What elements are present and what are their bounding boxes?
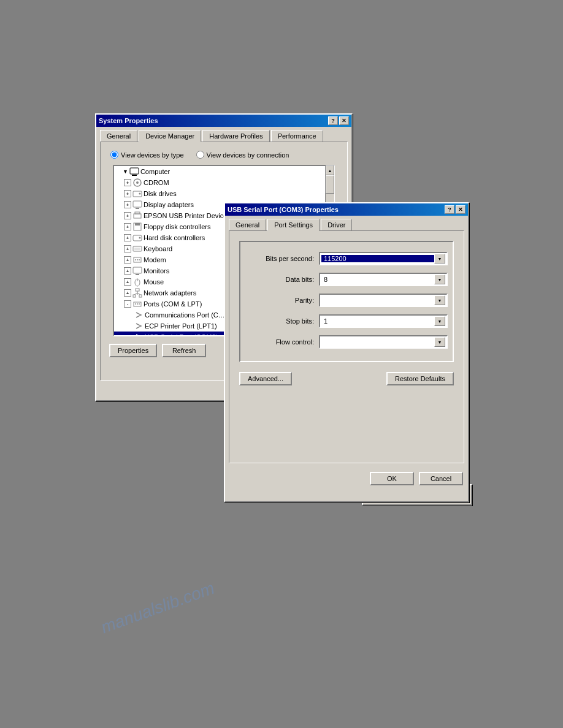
usb-help-button[interactable]: ? bbox=[445, 205, 454, 214]
system-properties-title-text: System Properties bbox=[99, 117, 158, 124]
bits-per-second-dropdown-arrow[interactable]: ▼ bbox=[434, 254, 445, 264]
flow-control-dropdown-arrow[interactable]: ▼ bbox=[434, 337, 445, 347]
svg-rect-21 bbox=[133, 267, 142, 273]
svg-rect-6 bbox=[133, 201, 142, 207]
svg-rect-25 bbox=[136, 289, 139, 291]
scroll-up[interactable]: ▲ bbox=[326, 165, 334, 175]
tree-item-computer[interactable]: ▼ Computer bbox=[114, 166, 321, 177]
advanced-buttons: Advanced... Restore Defaults bbox=[234, 367, 459, 388]
view-by-connection-label: View devices by connection bbox=[207, 151, 289, 159]
port-settings-content: Bits per second: 115200 ▼ Data bits: 8 ▼… bbox=[229, 230, 464, 463]
flow-control-select[interactable]: ▼ bbox=[319, 335, 448, 349]
tab-usb-general[interactable]: General bbox=[229, 219, 266, 231]
view-by-connection-radio[interactable] bbox=[196, 151, 204, 159]
data-bits-label: Data bits: bbox=[245, 276, 319, 283]
svg-rect-7 bbox=[136, 208, 139, 209]
parity-field: Parity: ▼ bbox=[245, 294, 448, 307]
svg-rect-27 bbox=[139, 295, 142, 297]
refresh-button[interactable]: Refresh bbox=[162, 344, 206, 357]
tree-item-disk-drives[interactable]: + Disk drives bbox=[114, 188, 321, 199]
svg-point-20 bbox=[139, 259, 140, 260]
usb-close-button[interactable]: ✕ bbox=[456, 205, 465, 214]
port-settings-inner: Bits per second: 115200 ▼ Data bits: 8 ▼… bbox=[239, 241, 454, 362]
tab-performance[interactable]: Performance bbox=[271, 130, 323, 142]
close-button[interactable]: ✕ bbox=[339, 116, 349, 125]
svg-point-18 bbox=[135, 259, 136, 260]
stop-bits-label: Stop bits: bbox=[245, 317, 319, 325]
usb-properties-titlebar[interactable]: USB Serial Port (COM3) Properties ? ✕ bbox=[225, 203, 468, 216]
bits-per-second-value: 115200 bbox=[321, 255, 434, 262]
svg-point-34 bbox=[139, 303, 140, 305]
help-button[interactable]: ? bbox=[328, 116, 338, 125]
data-bits-select[interactable]: 8 ▼ bbox=[319, 273, 448, 286]
usb-title-text: USB Serial Port (COM3) Properties bbox=[228, 206, 339, 213]
svg-point-3 bbox=[136, 181, 139, 184]
flow-control-label: Flow control: bbox=[245, 338, 319, 346]
advanced-button[interactable]: Advanced... bbox=[239, 372, 292, 385]
system-properties-title: System Properties bbox=[99, 117, 158, 124]
parity-dropdown-arrow[interactable]: ▼ bbox=[434, 295, 445, 305]
svg-point-5 bbox=[139, 193, 141, 195]
tab-hardware-profiles[interactable]: Hardware Profiles bbox=[202, 130, 269, 142]
view-by-type-label: View devices by type bbox=[121, 151, 184, 159]
view-by-type-option[interactable]: View devices by type bbox=[110, 151, 184, 159]
parity-select[interactable]: ▼ bbox=[319, 294, 448, 307]
bits-per-second-label: Bits per second: bbox=[245, 255, 319, 262]
view-by-type-radio[interactable] bbox=[110, 151, 118, 159]
usb-titlebar-buttons: ? ✕ bbox=[445, 205, 465, 214]
bits-per-second-field: Bits per second: 115200 ▼ bbox=[245, 252, 448, 265]
tab-general[interactable]: General bbox=[100, 130, 137, 142]
data-bits-field: Data bits: 8 ▼ bbox=[245, 273, 448, 286]
svg-point-13 bbox=[139, 237, 141, 239]
svg-rect-11 bbox=[135, 223, 140, 226]
tree-item-cdrom[interactable]: + CDROM bbox=[114, 177, 321, 188]
svg-rect-22 bbox=[136, 274, 139, 275]
titlebar-buttons: ? ✕ bbox=[328, 116, 349, 125]
usb-title: USB Serial Port (COM3) Properties bbox=[228, 206, 339, 213]
svg-rect-0 bbox=[130, 168, 139, 174]
view-by-connection-option[interactable]: View devices by connection bbox=[196, 151, 289, 159]
svg-rect-26 bbox=[133, 295, 136, 297]
flow-control-field: Flow control: ▼ bbox=[245, 335, 448, 349]
svg-point-32 bbox=[135, 303, 136, 305]
data-bits-value: 8 bbox=[321, 276, 434, 283]
view-options: View devices by type View devices by con… bbox=[105, 147, 342, 162]
svg-point-19 bbox=[137, 259, 138, 260]
svg-rect-8 bbox=[134, 214, 141, 218]
svg-rect-1 bbox=[132, 175, 137, 176]
stop-bits-select[interactable]: 1 ▼ bbox=[319, 314, 448, 328]
stop-bits-value: 1 bbox=[321, 317, 434, 325]
bits-per-second-select[interactable]: 115200 ▼ bbox=[319, 252, 448, 265]
system-properties-tabs: General Device Manager Hardware Profiles… bbox=[96, 127, 351, 142]
usb-properties-dialog: USB Serial Port (COM3) Properties ? ✕ Ge… bbox=[224, 202, 469, 502]
usb-cancel-button[interactable]: Cancel bbox=[419, 472, 463, 485]
usb-dialog-bottom-buttons: OK Cancel bbox=[225, 467, 468, 490]
data-bits-dropdown-arrow[interactable]: ▼ bbox=[434, 275, 445, 284]
usb-ok-button[interactable]: OK bbox=[370, 472, 414, 485]
watermark: manualslib.com bbox=[98, 578, 217, 638]
properties-button[interactable]: Properties bbox=[109, 344, 157, 357]
tab-port-settings[interactable]: Port Settings bbox=[267, 219, 320, 231]
stop-bits-field: Stop bits: 1 ▼ bbox=[245, 314, 448, 328]
tab-device-manager[interactable]: Device Manager bbox=[139, 130, 201, 142]
tab-driver[interactable]: Driver bbox=[321, 219, 352, 231]
system-properties-titlebar[interactable]: System Properties ? ✕ bbox=[96, 115, 351, 127]
svg-point-33 bbox=[137, 303, 138, 305]
restore-defaults-button[interactable]: Restore Defaults bbox=[386, 372, 454, 385]
scroll-thumb[interactable] bbox=[326, 175, 334, 194]
stop-bits-dropdown-arrow[interactable]: ▼ bbox=[434, 316, 445, 326]
svg-rect-9 bbox=[135, 212, 140, 214]
svg-rect-14 bbox=[133, 246, 142, 251]
usb-dialog-tabs: General Port Settings Driver bbox=[225, 216, 468, 230]
parity-label: Parity: bbox=[245, 297, 319, 304]
